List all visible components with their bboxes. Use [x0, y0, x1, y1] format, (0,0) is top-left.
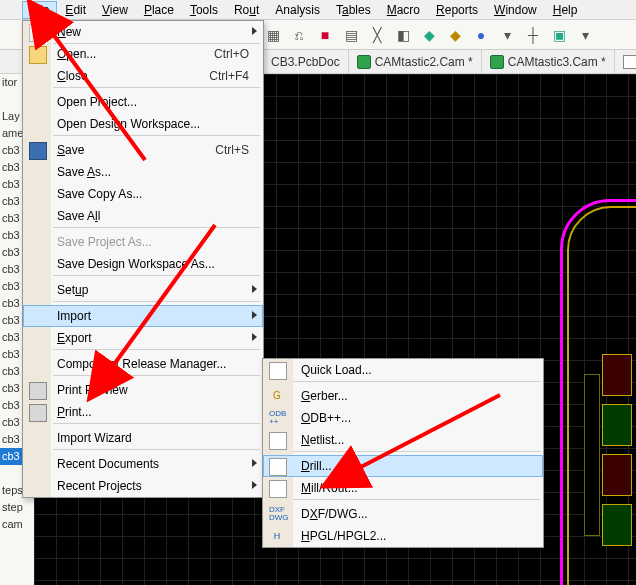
submenu-arrow-icon [252, 459, 257, 467]
file-icon [623, 55, 636, 69]
menuitem-open-project[interactable]: Open Project... [23, 91, 263, 113]
menuitem-save-copy-as[interactable]: Save Copy As... [23, 183, 263, 205]
pcb-component [602, 404, 632, 446]
tab-label: CB3.PcbDoc [271, 55, 340, 69]
menu-macro[interactable]: Macro [379, 1, 428, 19]
menu-view[interactable]: View [94, 1, 136, 19]
menuitem-setup[interactable]: Setup [23, 279, 263, 301]
menuitem-millrout[interactable]: Mill/Rout... [263, 477, 543, 499]
pcb-component [602, 454, 632, 496]
menuitem-save[interactable]: SaveCtrl+S [23, 139, 263, 161]
menuitem-export[interactable]: Export [23, 327, 263, 349]
menuitem-label: Quick Load... [301, 363, 372, 377]
menuitem-label: Import [57, 309, 91, 323]
menuitem-print[interactable]: Print... [23, 401, 263, 423]
toolbar-btn-2[interactable]: ⎌ [288, 24, 310, 46]
menuitem-import[interactable]: Import [23, 305, 263, 327]
submenu-arrow-icon [252, 333, 257, 341]
tab-cam2[interactable]: CAMtastic2.Cam * [348, 50, 481, 73]
hpgl-icon: H [269, 528, 285, 544]
tab-pcbdoc[interactable]: CB3.PcbDoc [262, 50, 348, 73]
menuitem-save-as[interactable]: Save As... [23, 161, 263, 183]
menuitem-crm[interactable]: Component Release Manager... [23, 353, 263, 375]
toolbar-btn-8[interactable]: ◆ [444, 24, 466, 46]
menuitem-drill[interactable]: Drill... [263, 455, 543, 477]
pcb-component [602, 354, 632, 396]
open-icon [29, 46, 47, 64]
millrout-icon [269, 480, 287, 498]
save-icon [29, 142, 47, 160]
toolbar-btn-9[interactable]: ● [470, 24, 492, 46]
import-submenu: Quick Load... G Gerber... ODB++ ODB++...… [262, 358, 544, 548]
menu-tools[interactable]: Tools [182, 1, 226, 19]
submenu-arrow-icon [252, 27, 257, 35]
menuitem-quick-load[interactable]: Quick Load... [263, 359, 543, 381]
toolbar-btn-4[interactable]: ▤ [340, 24, 362, 46]
menuitem-gerber[interactable]: G Gerber... [263, 385, 543, 407]
submenu-arrow-icon [252, 481, 257, 489]
menuitem-hpgl[interactable]: H HPGL/HPGL2... [263, 525, 543, 547]
menuitem-close[interactable]: CloseCtrl+F4 [23, 65, 263, 87]
altium-icon [357, 55, 371, 69]
toolbar-btn-11[interactable]: ┼ [522, 24, 544, 46]
tab-label: CAMtastic3.Cam * [508, 55, 606, 69]
gerber-icon: G [269, 388, 285, 404]
toolbar-btn-7[interactable]: ◆ [418, 24, 440, 46]
menu-file[interactable]: File [22, 1, 57, 19]
print-icon [29, 404, 47, 422]
menuitem-open-workspace[interactable]: Open Design Workspace... [23, 113, 263, 135]
toolbar-btn-6[interactable]: ◧ [392, 24, 414, 46]
menu-place[interactable]: Place [136, 1, 182, 19]
pcb-component [584, 374, 600, 536]
tab-cam3[interactable]: CAMtastic3.Cam * [481, 50, 614, 73]
menuitem-new[interactable]: New [23, 21, 263, 43]
drill-icon [269, 458, 287, 476]
menuitem-save-workspace-as[interactable]: Save Design Workspace As... [23, 253, 263, 275]
menu-tables[interactable]: Tables [328, 1, 379, 19]
quickload-icon [269, 362, 287, 380]
menu-analysis[interactable]: Analysis [267, 1, 328, 19]
menuitem-label: Recent Projects [57, 479, 142, 493]
menuitem-import-wizard[interactable]: Import Wizard [23, 427, 263, 449]
menuitem-save-project-as: Save Project As... [23, 231, 263, 253]
tab-label: CAMtastic2.Cam * [375, 55, 473, 69]
pcb-component [602, 504, 632, 546]
dxf-icon: DXFDWG [269, 506, 285, 522]
toolbar-btn-12[interactable]: ▣ [548, 24, 570, 46]
shortcut-label: Ctrl+O [214, 43, 249, 65]
menuitem-save-all[interactable]: Save All [23, 205, 263, 227]
menuitem-recent-projects[interactable]: Recent Projects [23, 475, 263, 497]
toolbar-btn-13[interactable]: ▾ [574, 24, 596, 46]
layer-row[interactable]: cam [0, 516, 34, 533]
toolbar-btn-3[interactable]: ■ [314, 24, 336, 46]
menubar: File Edit View Place Tools Rout Analysis… [0, 0, 636, 20]
file-menu-dropdown: New Open...Ctrl+O CloseCtrl+F4 Open Proj… [22, 20, 264, 498]
menu-window[interactable]: Window [486, 1, 545, 19]
new-icon [29, 24, 47, 42]
menuitem-label: Recent Documents [57, 457, 159, 471]
submenu-arrow-icon [252, 285, 257, 293]
menu-help[interactable]: Help [545, 1, 586, 19]
menuitem-recent-docs[interactable]: Recent Documents [23, 453, 263, 475]
menu-route[interactable]: Rout [226, 1, 267, 19]
odb-icon: ODB++ [269, 410, 285, 426]
toolbar-btn-5[interactable]: ╳ [366, 24, 388, 46]
shortcut-label: Ctrl+F4 [209, 65, 249, 87]
toolbar-btn-1[interactable]: ▦ [262, 24, 284, 46]
menuitem-open[interactable]: Open...Ctrl+O [23, 43, 263, 65]
netlist-icon [269, 432, 287, 450]
menuitem-dxf[interactable]: DXFDWG DXF/DWG... [263, 503, 543, 525]
tab-log[interactable]: Log_201 [614, 50, 636, 73]
altium-icon [490, 55, 504, 69]
menu-reports[interactable]: Reports [428, 1, 486, 19]
submenu-arrow-icon [252, 311, 257, 319]
layer-row[interactable]: step [0, 499, 34, 516]
menuitem-netlist[interactable]: Netlist... [263, 429, 543, 451]
menuitem-print-preview[interactable]: Print Preview [23, 379, 263, 401]
toolbar-btn-10[interactable]: ▾ [496, 24, 518, 46]
shortcut-label: Ctrl+S [215, 139, 249, 161]
print-preview-icon [29, 382, 47, 400]
menu-edit[interactable]: Edit [57, 1, 94, 19]
menuitem-odb[interactable]: ODB++ ODB++... [263, 407, 543, 429]
menuitem-label: Print Preview [57, 383, 128, 397]
